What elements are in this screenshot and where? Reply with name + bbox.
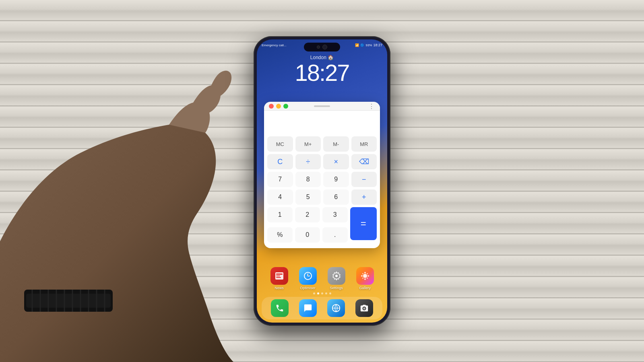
page-dot-2 [317, 292, 319, 294]
page-dot-4 [325, 292, 327, 294]
btn-minus[interactable]: − [351, 172, 377, 187]
app-settings-container[interactable]: Settings [328, 267, 345, 290]
btn-1[interactable]: 1 [267, 207, 293, 222]
app-settings-icon[interactable] [328, 267, 345, 285]
row-789: 7 8 9 − [267, 172, 377, 187]
app-camera-icon[interactable] [355, 299, 373, 317]
phone: Emergency call... 📶 🔵 93% 18:27 London 🏠… [254, 36, 390, 326]
camera-notch [304, 43, 340, 51]
btn-mr[interactable]: MR [351, 136, 377, 152]
calculator-display [264, 111, 380, 135]
btn-clear[interactable]: C [267, 154, 293, 169]
app-optimiser-container[interactable]: Optimiser [299, 267, 317, 290]
calc-minimize-button[interactable] [276, 104, 281, 109]
page-dots [257, 292, 387, 294]
op-row: C ÷ × ⌫ [267, 154, 377, 169]
btn-mminus[interactable]: M- [323, 136, 349, 152]
app-optimiser-icon[interactable] [299, 267, 317, 285]
svg-point-21 [361, 275, 363, 277]
svg-point-17 [335, 275, 338, 277]
app-gallery-label: Gallery [359, 286, 371, 290]
btn-divide[interactable]: ÷ [295, 154, 321, 169]
btn-backspace[interactable]: ⌫ [351, 154, 377, 169]
btn-plus[interactable]: + [351, 189, 377, 205]
svg-point-29 [363, 307, 365, 310]
btn-0[interactable]: 0 [295, 227, 320, 243]
btn-percent[interactable]: % [267, 227, 293, 243]
app-dock [262, 297, 382, 319]
calc-drag-handle [314, 105, 330, 107]
svg-rect-15 [276, 277, 281, 278]
status-bar-right: 📶 🔵 93% 18:27 [355, 43, 382, 47]
btn-2[interactable]: 2 [295, 207, 320, 222]
btn-mc[interactable]: MC [267, 136, 293, 152]
btn-multiply[interactable]: × [323, 154, 349, 169]
page-dot-5 [329, 292, 331, 294]
svg-point-24 [367, 273, 368, 274]
calc-maximize-button[interactable] [283, 104, 288, 109]
btn-mplus[interactable]: M+ [295, 136, 321, 152]
emergency-text: Emergency call... [262, 43, 286, 47]
app-camera-container[interactable] [355, 299, 373, 317]
svg-point-22 [367, 275, 369, 277]
svg-point-18 [363, 274, 367, 278]
svg-rect-13 [276, 274, 283, 275]
clock-time: 18:27 [257, 61, 387, 84]
btn-3[interactable]: 3 [322, 207, 348, 222]
svg-point-19 [364, 272, 366, 274]
btn-6[interactable]: 6 [323, 189, 349, 205]
camera-lens [322, 45, 327, 49]
app-phone-icon[interactable] [271, 299, 289, 317]
app-optimiser-label: Optimiser [300, 286, 316, 290]
calculator-buttons: MC M+ M- MR C ÷ × ⌫ 7 8 [264, 135, 380, 248]
row-percent-0-dot: % 0 . [267, 227, 348, 243]
btn-9[interactable]: 9 [323, 172, 349, 187]
svg-point-20 [364, 278, 366, 280]
app-gallery-container[interactable]: Gallery [356, 267, 374, 290]
app-news-container[interactable]: News [270, 267, 288, 290]
app-messages-container[interactable] [299, 299, 317, 317]
svg-rect-14 [276, 276, 280, 276]
btn-7[interactable]: 7 [267, 172, 293, 187]
left-num-cols: 1 2 3 % 0 . [267, 207, 348, 245]
app-messages-icon[interactable] [299, 299, 317, 317]
signal-icon: 📶 [355, 43, 359, 47]
btn-equals[interactable]: = [350, 207, 377, 240]
app-news-label: News [275, 286, 284, 290]
svg-point-23 [362, 273, 363, 274]
calculator-titlebar: ⋮ [264, 102, 380, 111]
page-dot-1 [313, 292, 315, 294]
app-browser-container[interactable] [327, 299, 345, 317]
page-dot-3 [321, 292, 323, 294]
apps-row-2: News Optimiser Settings [257, 267, 387, 290]
btn-8[interactable]: 8 [295, 172, 321, 187]
location-label: London 🏠 [257, 55, 387, 60]
battery-text: 93% [365, 43, 372, 47]
calc-close-button[interactable] [269, 104, 274, 109]
svg-point-26 [367, 278, 368, 279]
app-browser-icon[interactable] [327, 299, 345, 317]
app-news-icon[interactable] [270, 267, 288, 285]
camera-sensor [317, 45, 320, 49]
app-gallery-icon[interactable] [356, 267, 374, 285]
calculator-window[interactable]: ⋮ MC M+ M- MR C [264, 102, 380, 248]
row-456: 4 5 6 + [267, 189, 377, 205]
bottom-rows: 1 2 3 % 0 . = [267, 207, 377, 245]
btn-5[interactable]: 5 [295, 189, 321, 205]
clock-status: 18:27 [373, 43, 382, 47]
btn-dot[interactable]: . [322, 227, 348, 243]
svg-point-25 [362, 278, 363, 279]
btn-4[interactable]: 4 [267, 189, 293, 205]
calc-menu-dots[interactable]: ⋮ [368, 102, 375, 110]
wifi-icon: 🔵 [360, 43, 364, 47]
memory-row: MC M+ M- MR [267, 136, 377, 152]
clock-area: London 🏠 18:27 [257, 55, 387, 84]
app-phone-container[interactable] [271, 299, 289, 317]
app-settings-label: Settings [330, 286, 343, 290]
row-123: 1 2 3 [267, 207, 348, 222]
svg-rect-1 [26, 294, 111, 308]
phone-screen: Emergency call... 📶 🔵 93% 18:27 London 🏠… [257, 39, 387, 323]
phone-body: Emergency call... 📶 🔵 93% 18:27 London 🏠… [254, 36, 390, 326]
